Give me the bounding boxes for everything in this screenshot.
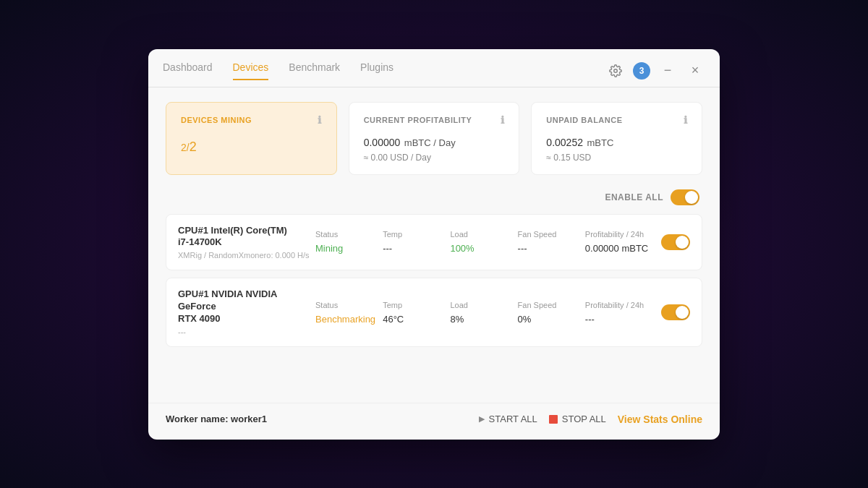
balance-label-row: UNPAID BALANCE ℹ <box>546 114 687 126</box>
gpu-load-header: Load <box>450 301 517 309</box>
stop-icon <box>549 415 558 424</box>
cpu-status-value: Mining <box>315 243 383 254</box>
worker-name-section: Worker name: worker1 <box>166 414 267 424</box>
device-row: CPU#1 Intel(R) Core(TM) i7-14700K XMRig … <box>166 214 702 271</box>
footer-actions: ▶ START ALL STOP ALL View Stats Online <box>479 414 702 425</box>
enable-all-row: ENABLE ALL <box>166 189 702 205</box>
balance-sub: ≈ 0.15 USD <box>546 153 687 163</box>
gpu-stat-profitability-col: Profitability / 24h --- <box>585 301 652 325</box>
balance-value: 0.00252 mBTC <box>546 133 687 150</box>
balance-info-icon[interactable]: ℹ <box>684 114 688 126</box>
settings-button[interactable] <box>605 61 626 81</box>
start-all-button[interactable]: ▶ START ALL <box>479 414 537 424</box>
gpu-temp-header: Temp <box>383 301 450 309</box>
device-info-cpu: CPU#1 Intel(R) Core(TM) i7-14700K XMRig … <box>178 225 315 260</box>
device-info-gpu: GPU#1 NVIDIA NVIDIA GeForce RTX 4090 --- <box>178 288 315 336</box>
devices-mining-count: 2/2 <box>181 133 197 155</box>
gpu-load-value: 8% <box>450 314 517 325</box>
gpu-enable-toggle[interactable] <box>661 304 690 320</box>
profitability-label-row: CURRENT PROFITABILITY ℹ <box>364 114 505 126</box>
load-header: Load <box>450 230 517 239</box>
device-row-gpu: GPU#1 NVIDIA NVIDIA GeForce RTX 4090 ---… <box>166 278 702 347</box>
device-stat-profitability-col: Profitability / 24h 0.00000 mBTC <box>585 230 652 254</box>
status-header: Status <box>315 230 383 239</box>
cpu-enable-toggle[interactable] <box>661 234 690 250</box>
devices-mining-label: DEVICES MINING ℹ <box>181 114 322 126</box>
temp-header: Temp <box>383 230 450 239</box>
gpu-temp-value: 46°C <box>383 314 450 325</box>
device-stats-gpu: Status Benchmarking Temp 46°C Load 8% Fa… <box>315 301 652 325</box>
minimize-button[interactable]: − <box>658 61 678 81</box>
enable-all-toggle[interactable] <box>671 189 699 205</box>
nav-tabs: Dashboard Devices Benchmark Plugins <box>163 61 393 80</box>
device-stat-load-col: Load 100% <box>450 230 517 254</box>
device-name-gpu: GPU#1 NVIDIA NVIDIA GeForce RTX 4090 <box>178 288 315 325</box>
current-profitability-card: CURRENT PROFITABILITY ℹ 0.00000 mBTC / D… <box>349 102 520 175</box>
play-icon: ▶ <box>479 414 485 424</box>
stats-row: DEVICES MINING ℹ 2/2 CURRENT PROFITABILI… <box>166 102 702 175</box>
devices-mining-info-icon[interactable]: ℹ <box>318 114 322 126</box>
device-stat-status-col: Status Mining <box>315 230 383 254</box>
gpu-stat-temp-col: Temp 46°C <box>383 301 450 325</box>
cpu-fan-value: --- <box>518 243 585 254</box>
app-window: Dashboard Devices Benchmark Plugins 3 − … <box>148 49 720 440</box>
devices-mining-value: 2/2 <box>181 133 322 156</box>
tab-dashboard[interactable]: Dashboard <box>163 61 213 80</box>
profitability-sub: ≈ 0.00 USD / Day <box>364 153 505 163</box>
main-content: DEVICES MINING ℹ 2/2 CURRENT PROFITABILI… <box>148 87 720 397</box>
profitability-value: 0.00000 mBTC / Day <box>364 133 505 150</box>
gpu-stat-fan-col: Fan Speed 0% <box>518 301 585 325</box>
footer: Worker name: worker1 ▶ START ALL STOP AL… <box>148 403 720 440</box>
cpu-load-value: 100% <box>450 243 517 254</box>
device-sub-gpu: --- <box>178 328 315 336</box>
cpu-temp-value: --- <box>383 243 450 254</box>
stop-all-button[interactable]: STOP ALL <box>549 414 606 424</box>
device-name-cpu: CPU#1 Intel(R) Core(TM) i7-14700K <box>178 225 315 249</box>
fan-header: Fan Speed <box>518 230 585 239</box>
device-stat-fan-col: Fan Speed --- <box>518 230 585 254</box>
device-list: CPU#1 Intel(R) Core(TM) i7-14700K XMRig … <box>166 214 702 354</box>
title-bar-actions: 3 − × <box>605 61 705 81</box>
svg-point-0 <box>614 69 618 72</box>
unpaid-balance-card: UNPAID BALANCE ℹ 0.00252 mBTC ≈ 0.15 USD <box>531 102 702 175</box>
device-stat-temp-col: Temp --- <box>383 230 450 254</box>
gpu-status-header: Status <box>315 301 383 309</box>
gpu-stat-status-col: Status Benchmarking <box>315 301 383 325</box>
tab-plugins[interactable]: Plugins <box>360 61 393 80</box>
device-sub-cpu: XMRig / RandomXmonero: 0.000 H/s <box>178 251 315 260</box>
cpu-profitability-value: 0.00000 mBTC <box>585 243 652 254</box>
notification-badge[interactable]: 3 <box>633 62 650 80</box>
devices-mining-card: DEVICES MINING ℹ 2/2 <box>166 102 337 175</box>
close-button[interactable]: × <box>685 61 705 81</box>
gpu-profitability-value: --- <box>585 314 652 325</box>
enable-all-label: ENABLE ALL <box>605 192 663 202</box>
gpu-profitability-header: Profitability / 24h <box>585 301 652 309</box>
gpu-fan-value: 0% <box>518 314 585 325</box>
gpu-stat-load-col: Load 8% <box>450 301 517 325</box>
device-stats-cpu: Status Mining Temp --- Load 100% Fan Spe… <box>315 230 652 254</box>
view-stats-online-link[interactable]: View Stats Online <box>618 414 702 425</box>
gpu-status-value: Benchmarking <box>315 314 383 325</box>
gpu-fan-header: Fan Speed <box>518 301 585 309</box>
profitability-info-icon[interactable]: ℹ <box>501 114 505 126</box>
title-bar: Dashboard Devices Benchmark Plugins 3 − … <box>148 49 720 81</box>
tab-benchmark[interactable]: Benchmark <box>289 61 340 80</box>
tab-devices[interactable]: Devices <box>233 61 269 80</box>
profitability-header: Profitability / 24h <box>585 230 652 239</box>
